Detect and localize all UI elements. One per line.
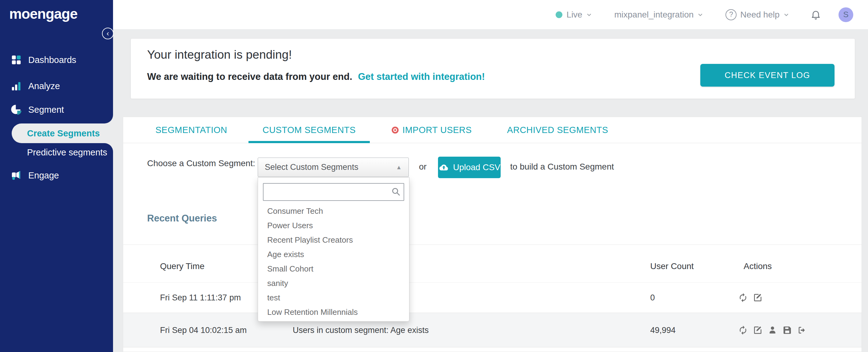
chevron-down-icon [585,11,593,19]
tab-import-users[interactable]: IMPORT USERS [391,117,472,143]
caret-up-icon: ▲ [396,164,402,171]
tab-label: IMPORT USERS [402,125,472,135]
live-status-dot [556,11,562,18]
project-name: mixpanel_integration [614,10,693,20]
upload-csv-label: Upload CSV [453,162,500,172]
sidebar-item-analyze[interactable]: Analyze [0,77,113,95]
column-header-user-count: User Count [650,261,694,271]
sidebar: moengage ‹ Dashboards Analyze Segment Cr… [0,0,113,352]
dropdown-option[interactable]: Recent Playlist Creators [258,233,409,247]
user-count-cell: 49,994 [650,325,676,335]
sidebar-item-label: Predictive segments [27,148,107,158]
sidebar-collapse-button[interactable]: ‹ [102,28,114,39]
select-value: Select Custom Segments [265,162,359,172]
query-cell: Users in custom segment: Age exists [293,325,429,335]
export-icon[interactable] [797,325,807,335]
column-header-query-time: Query Time [160,261,205,271]
segment-tabs: SEGMENTATION CUSTOM SEGMENTS IMPORT USER… [123,117,862,143]
custom-segment-select[interactable]: Select Custom Segments ▲ [258,158,409,177]
environment-switcher[interactable]: Live [556,10,593,20]
user-count-cell: 0 [650,293,655,302]
question-circle-icon: ? [725,9,737,20]
moengage-logo: moengage [9,5,78,22]
upload-csv-button[interactable]: Upload CSV [438,157,501,178]
row-actions [738,293,763,302]
avatar-initial: S [843,10,848,19]
table-row: Fri Sep 04 10:02:15 am Users in custom s… [123,313,862,347]
project-switcher[interactable]: mixpanel_integration [614,10,704,20]
engage-megaphone-icon [10,169,22,181]
banner-subtitle: We are waiting to receive data from your… [147,71,485,82]
sidebar-item-label: Create Segments [27,128,100,138]
segments-panel: SEGMENTATION CUSTOM SEGMENTS IMPORT USER… [123,117,862,352]
sidebar-item-dashboards[interactable]: Dashboards [0,51,113,68]
refresh-icon[interactable] [738,293,748,302]
build-segment-text: to build a Custom Segment [510,162,614,172]
tab-label: CUSTOM SEGMENTS [262,125,356,135]
search-icon [391,187,401,196]
banner-subtitle-text: We are waiting to receive data from your… [147,71,352,82]
dropdown-search [263,183,404,201]
recent-queries-heading: Recent Queries [147,213,217,224]
or-text: or [419,162,427,172]
user-icon[interactable] [768,325,777,335]
environment-label: Live [567,10,582,20]
save-icon[interactable] [782,325,792,335]
topbar: Live mixpanel_integration ? Need help S [113,0,868,29]
dropdown-option[interactable]: sanity [258,276,409,291]
dropdown-option[interactable]: Small Cohort [258,262,409,276]
refresh-icon[interactable] [738,325,748,335]
chevron-down-icon [696,11,704,19]
help-label: Need help [740,10,779,20]
sidebar-item-create-segments[interactable]: Create Segments [12,124,113,143]
dropdown-option[interactable]: Consumer Tech [258,204,409,218]
help-menu[interactable]: ? Need help [725,9,790,20]
search-input[interactable] [263,183,404,201]
integration-pending-banner: Your integration is pending! We are wait… [130,38,855,99]
tab-archived-segments[interactable]: ARCHIVED SEGMENTS [507,117,608,143]
dropdown-option[interactable]: Power Users [258,218,409,233]
dropdown-option[interactable]: Age exists [258,247,409,262]
cloud-upload-icon [438,162,450,173]
query-time-cell: Fri Sep 04 10:02:15 am [160,325,247,335]
edit-icon[interactable] [753,293,763,302]
banner-title: Your integration is pending! [147,48,292,61]
tab-label: ARCHIVED SEGMENTS [507,125,608,135]
import-users-record-icon [391,126,399,134]
custom-segment-dropdown: Consumer Tech Power Users Recent Playlis… [258,177,409,322]
section-divider [123,245,862,245]
edit-icon[interactable] [753,325,763,335]
query-time-cell: Fri Sep 11 1:11:37 pm [160,293,241,302]
sidebar-item-label: Dashboards [28,55,76,65]
sidebar-item-predictive-segments[interactable]: Predictive segments [0,144,113,161]
app-root: moengage ‹ Dashboards Analyze Segment Cr… [0,0,868,352]
dropdown-option[interactable]: test [258,291,409,305]
chevron-down-icon [783,11,790,19]
sidebar-item-segment[interactable]: Segment [0,101,113,118]
tab-label: SEGMENTATION [155,125,227,135]
dashboards-grid-icon [10,54,22,66]
user-avatar[interactable]: S [838,7,853,22]
sidebar-item-engage[interactable]: Engage [0,167,113,184]
tab-custom-segments[interactable]: CUSTOM SEGMENTS [262,117,356,143]
notifications-bell-icon[interactable] [810,9,821,20]
check-event-log-button[interactable]: CHECK EVENT LOG [700,64,835,87]
sidebar-item-label: Analyze [28,81,60,91]
analyze-barchart-icon [10,80,22,92]
segment-piechart-icon [10,104,22,116]
column-header-actions: Actions [744,261,772,271]
choose-segment-label: Choose a Custom Segment: [147,159,255,168]
get-started-link[interactable]: Get started with integration! [358,71,485,82]
tab-segmentation[interactable]: SEGMENTATION [155,117,227,143]
row-actions [738,325,807,335]
sidebar-item-label: Engage [28,170,59,181]
sidebar-item-label: Segment [28,105,64,115]
table-row: Fri Sep 11 1:11:37 pm 0 [123,283,862,313]
dropdown-option[interactable]: Low Retention Millennials [258,305,409,319]
pill-corner-top [104,115,113,124]
